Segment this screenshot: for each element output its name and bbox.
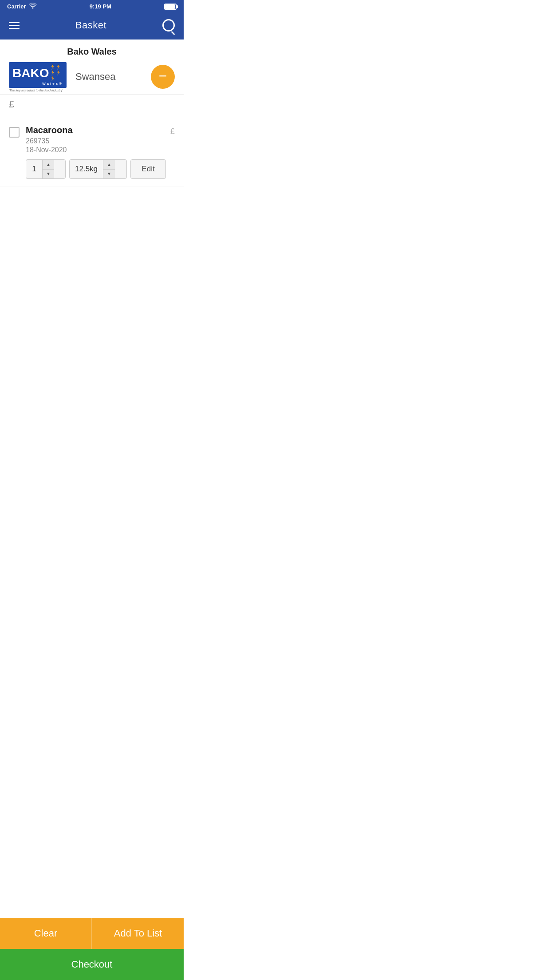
- logo-brand: BAKO: [12, 67, 49, 79]
- item-code: 269735: [26, 137, 166, 145]
- weight-down-button[interactable]: ▼: [103, 170, 115, 179]
- item-controls: 1 ▲ ▼ 12.5kg ▲ ▼: [26, 159, 166, 179]
- currency-row: £: [0, 95, 184, 115]
- item-details: Macaroona 269735 18-Nov-2020 1 ▲ ▼ 12.5k…: [26, 125, 166, 179]
- weight-arrows: ▲ ▼: [103, 160, 115, 178]
- page-title: Basket: [75, 20, 106, 31]
- edit-button[interactable]: Edit: [130, 159, 166, 179]
- store-section: Bako Wales BAKO 🏃🏃🏃🏃🏃 Wales® 'The key in…: [0, 40, 184, 95]
- weight-up-button[interactable]: ▲: [103, 160, 115, 170]
- remove-store-button[interactable]: −: [151, 65, 175, 89]
- quantity-arrows: ▲ ▼: [42, 160, 54, 178]
- item-date: 18-Nov-2020: [26, 146, 166, 154]
- brand-logo: BAKO 🏃🏃🏃🏃🏃 Wales® 'The key ingredient to…: [9, 62, 67, 91]
- logo-sub: Wales®: [12, 82, 63, 86]
- logo-runners: 🏃🏃🏃🏃🏃: [50, 64, 63, 82]
- weight-value: 12.5kg: [70, 165, 103, 174]
- menu-button[interactable]: [9, 22, 20, 29]
- quantity-spinner[interactable]: 1 ▲ ▼: [26, 159, 66, 179]
- logo-tagline: 'The key ingredient to the food industry…: [9, 89, 67, 92]
- time-label: 9:19 PM: [90, 3, 111, 10]
- minus-icon: −: [159, 69, 167, 83]
- status-bar: Carrier 9:19 PM: [0, 0, 184, 13]
- main-content: Bako Wales BAKO 🏃🏃🏃🏃🏃 Wales® 'The key in…: [0, 40, 184, 253]
- store-city: Swansea: [75, 71, 151, 83]
- carrier-label: Carrier: [7, 3, 26, 10]
- quantity-up-button[interactable]: ▲: [43, 160, 54, 170]
- weight-spinner[interactable]: 12.5kg ▲ ▼: [69, 159, 127, 179]
- quantity-value: 1: [26, 165, 42, 174]
- store-row: BAKO 🏃🏃🏃🏃🏃 Wales® 'The key ingredient to…: [9, 62, 175, 91]
- item-checkbox[interactable]: [9, 127, 20, 138]
- item-price: £: [170, 127, 175, 136]
- quantity-down-button[interactable]: ▼: [43, 170, 54, 179]
- currency-symbol: £: [9, 99, 14, 110]
- product-list: Macaroona 269735 18-Nov-2020 1 ▲ ▼ 12.5k…: [0, 115, 184, 191]
- search-button[interactable]: [162, 19, 175, 32]
- app-header: Basket: [0, 13, 184, 40]
- battery-icon: [164, 4, 177, 10]
- wifi-icon: [29, 3, 37, 10]
- store-name: Bako Wales: [9, 47, 175, 57]
- item-name: Macaroona: [26, 125, 166, 135]
- table-row: Macaroona 269735 18-Nov-2020 1 ▲ ▼ 12.5k…: [0, 120, 184, 186]
